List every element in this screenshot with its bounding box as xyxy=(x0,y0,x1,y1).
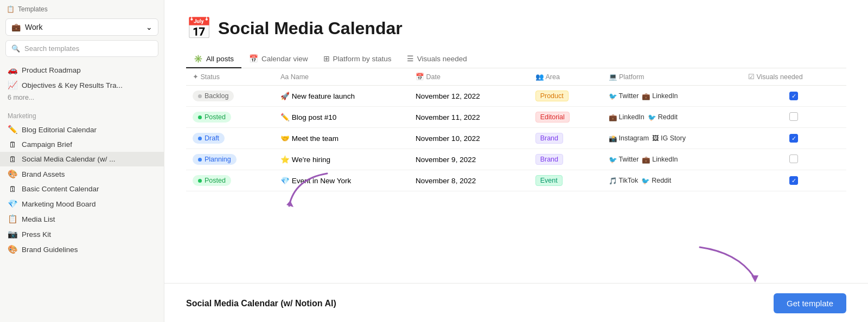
section-label-marketing: Marketing xyxy=(0,106,164,122)
platform-chip: 🐦 Twitter xyxy=(609,92,639,100)
sidebar-item-social-media-calendar[interactable]: 🗓 Social Media Calendar (w/ ... xyxy=(0,152,164,166)
item-label: Campaign Brief xyxy=(22,140,72,149)
checkbox[interactable] xyxy=(789,112,798,121)
camera-icon: 📷 xyxy=(8,229,17,239)
name-icon: 🚀 xyxy=(280,92,290,100)
main-panel: 📅 Social Media Calendar ✳️ All posts 📅 C… xyxy=(164,0,868,322)
platform-chip: 🐦 Reddit xyxy=(641,177,671,185)
sidebar-item-product-roadmap[interactable]: 🚗 Product Roadmap xyxy=(0,62,164,78)
checkbox[interactable] xyxy=(789,154,798,163)
page-title-row: 📅 Social Media Calendar xyxy=(186,16,846,40)
name-icon: 🤝 xyxy=(280,134,290,143)
date-cell: November 10, 2022 xyxy=(409,128,529,149)
item-label: Objectives & Key Results Tra... xyxy=(22,81,123,89)
status-cell: Backlog xyxy=(186,86,274,107)
asterisk-icon: ✳️ xyxy=(194,54,203,63)
platform-chip: 💼 LinkedIn xyxy=(642,92,678,100)
sidebar-item-marketing-mood-board[interactable]: 💎 Marketing Mood Board xyxy=(0,196,164,211)
bottom-title: Social Media Calendar (w/ Notion AI) xyxy=(186,299,336,308)
sidebar-item-brand-guidelines[interactable]: 🎨 Brand Guidelines xyxy=(0,242,164,257)
pencil-icon: ✏️ xyxy=(8,125,17,134)
palette-icon: 🎨 xyxy=(8,244,17,254)
visuals-cell xyxy=(742,86,846,107)
name-text: We're hiring xyxy=(292,156,330,164)
more-link[interactable]: 6 more... xyxy=(0,93,164,106)
table-wrapper: ✦ Status Aa Name 📅 Date 👥 Area 💻 Platfor… xyxy=(186,68,846,191)
platform-chip: 📸 Instagram xyxy=(609,134,649,143)
sidebar: 📋 Templates 💼 Work ⌄ 🔍 Search templates … xyxy=(0,0,164,322)
platform-chips: 🎵 TikTok 🐦 Reddit xyxy=(609,177,735,185)
tab-bar: ✳️ All posts 📅 Calendar view ⊞ Platform … xyxy=(186,50,846,68)
visuals-cell xyxy=(742,170,846,191)
date-cell: November 11, 2022 xyxy=(409,107,529,128)
status-label: Draft xyxy=(205,134,219,142)
name-text: New feature launch xyxy=(292,92,355,100)
tab-calendar-view[interactable]: 📅 Calendar view xyxy=(241,50,316,68)
checkbox[interactable] xyxy=(789,92,798,100)
name-icon: ✏️ xyxy=(280,113,290,121)
col-date: 📅 Date xyxy=(409,68,529,86)
platform-chip: 🖼 IG Story xyxy=(652,134,686,142)
name-cell: 🚀 New feature launch xyxy=(274,86,409,107)
platform-chips: 📸 Instagram 🖼 IG Story xyxy=(609,134,735,143)
area-cell: Event xyxy=(529,170,602,191)
templates-icon: 📋 xyxy=(7,5,15,13)
main-content: 📅 Social Media Calendar ✳️ All posts 📅 C… xyxy=(164,0,868,283)
item-label: Brand Guidelines xyxy=(22,246,78,254)
get-template-button[interactable]: Get template xyxy=(774,293,846,313)
status-label: Planning xyxy=(205,156,231,163)
area-badge: Brand xyxy=(535,154,563,165)
bottom-bar: Social Media Calendar (w/ Notion AI) Get… xyxy=(164,283,868,322)
name-icon: ⭐ xyxy=(280,156,290,164)
area-badge: Event xyxy=(535,175,563,186)
sidebar-item-campaign-brief[interactable]: 🗓 Campaign Brief xyxy=(0,137,164,152)
col-visuals: ☑ Visuals needed xyxy=(742,68,846,86)
status-badge: Posted xyxy=(193,175,231,186)
search-box[interactable]: 🔍 Search templates xyxy=(5,40,158,57)
sidebar-item-press-kit[interactable]: 📷 Press Kit xyxy=(0,227,164,242)
platform-cell: 📸 Instagram 🖼 IG Story xyxy=(602,128,742,149)
status-cell: Posted xyxy=(186,170,274,191)
sidebar-item-media-list[interactable]: 📋 Media List xyxy=(0,211,164,227)
sidebar-item-okr[interactable]: 📈 Objectives & Key Results Tra... xyxy=(0,78,164,93)
name-text: Event in New York xyxy=(292,177,352,185)
col-name: Aa Name xyxy=(274,68,409,86)
tab-visuals-needed[interactable]: ☰ Visuals needed xyxy=(399,50,475,68)
status-dot xyxy=(198,158,202,162)
sidebar-item-basic-content[interactable]: 🗓 Basic Content Calendar xyxy=(0,182,164,196)
status-label: Posted xyxy=(205,113,226,121)
platform-chip: 💼 LinkedIn xyxy=(642,156,678,164)
list-icon: ☰ xyxy=(407,54,414,63)
palette-icon: 🎨 xyxy=(8,169,17,179)
work-dropdown[interactable]: 💼 Work ⌄ xyxy=(5,18,158,36)
visuals-cell xyxy=(742,149,846,170)
platform-chip: 🐦 Reddit xyxy=(648,113,678,121)
name-cell: 🤝 Meet the team xyxy=(274,128,409,149)
area-badge: Brand xyxy=(535,133,563,144)
item-label: Marketing Mood Board xyxy=(22,200,96,208)
platform-chip: 🐦 Twitter xyxy=(609,156,639,164)
platform-chip: 💼 LinkedIn xyxy=(609,113,644,121)
date-cell: November 12, 2022 xyxy=(409,86,529,107)
item-label: Media List xyxy=(22,215,55,223)
work-dropdown-left: 💼 Work xyxy=(11,23,42,31)
visuals-cell xyxy=(742,128,846,149)
checkbox[interactable] xyxy=(789,176,798,185)
tab-platform-by-status[interactable]: ⊞ Platform by status xyxy=(316,50,399,68)
sidebar-item-brand-assets[interactable]: 🎨 Brand Assets xyxy=(0,166,164,182)
status-cell: Draft xyxy=(186,128,274,149)
item-label: Social Media Calendar (w/ ... xyxy=(22,155,116,163)
sidebar-item-blog-editorial[interactable]: ✏️ Blog Editorial Calendar xyxy=(0,122,164,137)
status-dot xyxy=(198,137,202,140)
platform-chips: 🐦 Twitter 💼 LinkedIn xyxy=(609,156,735,164)
tab-label: Platform by status xyxy=(333,55,392,63)
name-icon: 💎 xyxy=(280,177,290,185)
status-badge: Posted xyxy=(193,112,231,123)
checkbox[interactable] xyxy=(789,134,798,143)
tab-all-posts[interactable]: ✳️ All posts xyxy=(186,50,241,68)
item-label: Brand Assets xyxy=(22,170,65,178)
calendar-icon: 🗓 xyxy=(8,140,17,149)
table-row: Posted 💎 Event in New York November 8, 2… xyxy=(186,170,846,191)
search-icon: 🔍 xyxy=(11,44,20,53)
grid-icon: ⊞ xyxy=(323,54,330,63)
